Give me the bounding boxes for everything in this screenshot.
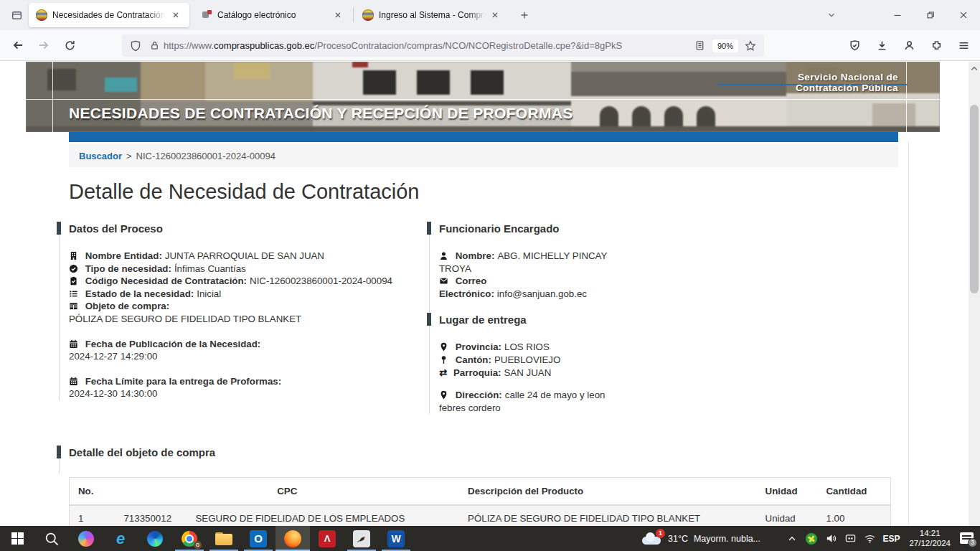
breadcrumb-separator: > <box>126 151 132 161</box>
remote-monitor-icon[interactable] <box>844 532 857 545</box>
restore-button[interactable] <box>914 0 947 30</box>
taskbar-word[interactable]: W <box>379 526 413 551</box>
field-label: Parroquia: <box>453 367 501 378</box>
language-indicator[interactable]: ESP <box>882 534 900 544</box>
acrobat-icon: Λ <box>319 530 336 547</box>
banner-grid-line <box>26 99 940 100</box>
new-tab-button[interactable] <box>514 5 534 25</box>
col-cpc: CPC <box>115 478 459 506</box>
url-host: compraspublicas.gob.ec <box>214 40 314 51</box>
url-scheme: https://www. <box>164 40 214 51</box>
tray-chevron-up-icon[interactable] <box>786 532 798 545</box>
banner-grid-line <box>906 62 907 132</box>
objeto-compra-table: No. CPC Descripción del Producto Unidad … <box>69 477 891 526</box>
notification-center-button[interactable]: 3 <box>960 532 976 545</box>
forward-button[interactable] <box>33 34 55 56</box>
taskbar-internet-explorer[interactable]: e <box>103 526 138 551</box>
volume-icon[interactable] <box>824 532 837 545</box>
breadcrumb-link-buscador[interactable]: Buscador <box>79 151 122 161</box>
taskbar-file-explorer[interactable] <box>207 526 241 551</box>
account-button[interactable] <box>898 34 920 56</box>
bookmark-star-icon[interactable] <box>741 37 760 55</box>
list-all-tabs-button[interactable] <box>819 4 844 26</box>
reload-button[interactable] <box>59 34 80 56</box>
field-value: Ínfimas Cuantías <box>174 263 246 274</box>
taskbar-bird-app[interactable] <box>344 526 379 551</box>
word-icon: W <box>387 530 405 547</box>
road-icon: ⇄ <box>439 367 450 380</box>
page-scrollbar[interactable] <box>969 62 980 526</box>
account-icon <box>903 39 915 52</box>
edge-icon <box>147 531 163 547</box>
taskbar-weather[interactable]: 1 31°C Mayorm. nubla... <box>641 526 760 551</box>
url-bar[interactable]: https://www.compraspublicas.gob.ec/Proce… <box>122 34 764 57</box>
taskbar-clock[interactable]: 14:21 27/12/2024 <box>906 529 953 548</box>
info-nombre-entidad: Nombre Entidad:JUNTA PARROQUIAL DE SAN J… <box>69 250 421 263</box>
shield-check-button[interactable] <box>844 34 865 56</box>
cell-cpc-desc: SEGURO DE FIDELIDAD DE LOS EMPLEADOS <box>187 505 459 526</box>
extensions-button[interactable] <box>925 34 947 56</box>
field-label: Tipo de necesidad: <box>85 263 171 274</box>
taskbar-acrobat[interactable]: Λ <box>310 526 344 551</box>
weather-desc: Mayorm. nubla... <box>694 534 760 544</box>
start-button[interactable] <box>0 526 34 551</box>
info-fecha-publicacion: Fecha de Publicación de la Necesidad: <box>69 338 421 351</box>
envelope-icon <box>439 276 448 286</box>
tracking-protection-icon[interactable] <box>126 37 145 55</box>
weather-badge: 1 <box>656 529 665 538</box>
taskbar-edge[interactable] <box>138 526 172 551</box>
panel-right-column: Funcionario Encargado Nombre:ABG. MICHEL… <box>429 222 608 414</box>
field-label: Cantón: <box>456 354 491 365</box>
chrome-profile-badge: G <box>194 541 202 549</box>
field-label: Fecha de Publicación de la Necesidad: <box>85 339 261 349</box>
url-text[interactable]: https://www.compraspublicas.gob.ec/Proce… <box>164 40 691 51</box>
breadcrumb: Buscador > NIC-1260023860001-2024-00094 <box>69 144 898 167</box>
url-fade <box>658 40 691 51</box>
network-wifi-icon[interactable] <box>863 532 876 545</box>
firefox-view-icon <box>11 9 23 22</box>
menu-button[interactable] <box>953 34 974 56</box>
taskbar-outlook[interactable]: O <box>241 526 275 551</box>
search-button[interactable] <box>34 526 69 551</box>
scroll-up-icon[interactable] <box>970 65 979 73</box>
location-marker-icon <box>439 390 448 400</box>
reload-icon <box>64 39 76 52</box>
windows-taskbar: e G O Λ W 1 31°C Mayorm. nubla... ESP 14… <box>0 526 980 551</box>
minimize-button[interactable] <box>881 0 914 30</box>
taskbar-chrome[interactable]: G <box>172 526 207 551</box>
banner-grid-line <box>52 62 53 132</box>
taskbar-copilot[interactable] <box>69 526 103 551</box>
nav-buttons <box>7 34 80 56</box>
field-label: Fecha Límite para la entrega de Proforma… <box>85 376 281 387</box>
chevron-down-icon <box>826 10 837 20</box>
scrollbar-thumb[interactable] <box>970 105 979 293</box>
back-button[interactable] <box>7 34 29 56</box>
lock-icon[interactable] <box>145 37 164 55</box>
zoom-level-badge[interactable]: 90% <box>712 39 738 52</box>
plus-icon <box>519 10 529 20</box>
tab-close-icon[interactable] <box>168 7 184 23</box>
banner-org-name: Servicio Nacional de Contratación Públic… <box>796 72 898 93</box>
window-controls <box>819 0 980 30</box>
downloads-button[interactable] <box>871 34 892 56</box>
antivirus-icon[interactable] <box>805 532 818 545</box>
pin-icon <box>439 355 448 364</box>
tab-ingreso[interactable]: Ingreso al Sistema - Compras P <box>355 3 509 27</box>
tab-separator <box>353 8 354 22</box>
tab-title: Catálogo electrónico <box>217 10 330 20</box>
field-label: Objeto de compra: <box>85 301 169 311</box>
firefox-view-button[interactable] <box>6 4 27 26</box>
ecuador-crest-favicon <box>36 9 47 21</box>
ecuador-crest-favicon <box>362 9 374 21</box>
field-label: Nombre: <box>456 250 495 261</box>
breadcrumb-current: NIC-1260023860001-2024-00094 <box>136 151 275 161</box>
close-button[interactable] <box>947 0 980 30</box>
tab-close-icon[interactable] <box>330 7 346 23</box>
reader-mode-icon[interactable] <box>691 37 710 55</box>
info-correo: Correo Electrónico:info@sanjuan.gob.ec <box>439 275 608 300</box>
tab-catalogo[interactable]: Catálogo electrónico <box>194 3 352 27</box>
tab-necesidades[interactable]: Necesidades de Contratación y <box>29 3 189 27</box>
tab-close-icon[interactable] <box>487 7 503 23</box>
section-title: Funcionario Encargado <box>439 222 608 235</box>
taskbar-firefox[interactable] <box>275 526 310 551</box>
